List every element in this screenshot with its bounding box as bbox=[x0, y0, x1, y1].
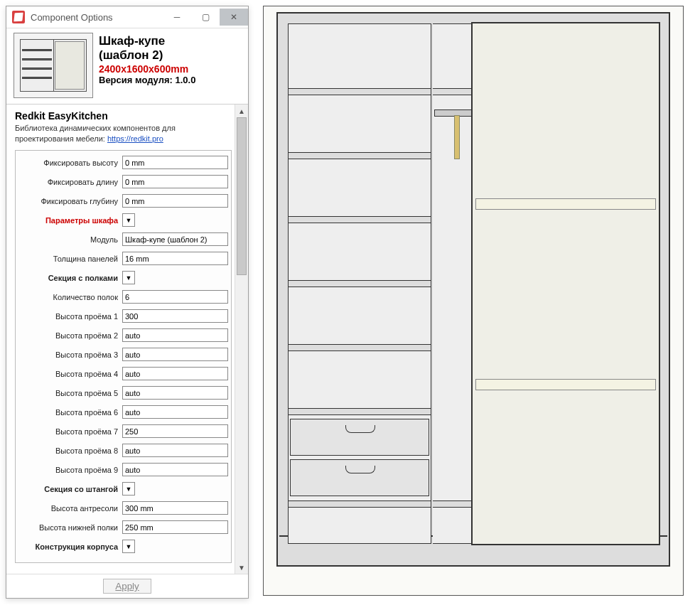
bottom-shelf-input[interactable] bbox=[122, 520, 228, 534]
opening-h8-label: Высота проёма 8 bbox=[18, 446, 122, 455]
opening-h8-input[interactable] bbox=[122, 444, 228, 457]
scroll-thumb[interactable] bbox=[237, 117, 247, 275]
component-options-dialog: Component Options ─ ▢ ✕ Шкаф-купе(шаблон… bbox=[6, 6, 249, 599]
shelves-group-label: Секция с полками bbox=[18, 274, 122, 282]
sliding-door bbox=[471, 22, 660, 545]
fix-length-input[interactable] bbox=[122, 175, 228, 188]
options-form: Фиксировать высоту Фиксировать длину Фик… bbox=[15, 150, 232, 563]
opening-h5-input[interactable] bbox=[122, 386, 228, 400]
body-group-label: Конструкция корпуса bbox=[18, 542, 122, 551]
fix-length-label: Фиксировать длину bbox=[18, 178, 122, 186]
panel-thickness-input[interactable] bbox=[122, 252, 228, 265]
component-dimensions: 2400x1600x600mm bbox=[99, 63, 195, 75]
scroll-up-icon[interactable]: ▲ bbox=[235, 105, 248, 117]
rod-section bbox=[433, 23, 476, 544]
maximize-button[interactable]: ▢ bbox=[191, 9, 220, 26]
rod-dropdown[interactable]: ▼ bbox=[122, 482, 135, 496]
opening-h9-input[interactable] bbox=[122, 463, 228, 476]
opening-h5-label: Высота проёма 5 bbox=[18, 389, 122, 397]
params-group-label: Параметры шкафа bbox=[18, 216, 122, 225]
library-link[interactable]: https://redkit.pro bbox=[107, 134, 163, 143]
opening-h4-label: Высота проёма 4 bbox=[18, 370, 122, 378]
mezz-height-label: Высота антресоли bbox=[18, 504, 122, 513]
component-info: Шкаф-купе(шаблон 2) 2400x1600x600mm Верс… bbox=[99, 33, 195, 98]
opening-h1-input[interactable] bbox=[122, 309, 228, 323]
scroll-down-icon[interactable]: ▼ bbox=[235, 561, 248, 574]
module-label: Модуль bbox=[18, 235, 122, 244]
dialog-footer: Apply bbox=[6, 574, 248, 598]
opening-h7-label: Высота проёма 7 bbox=[18, 427, 122, 436]
params-dropdown[interactable]: ▼ bbox=[122, 213, 135, 227]
opening-h6-label: Высота проёма 6 bbox=[18, 408, 122, 417]
opening-h6-input[interactable] bbox=[122, 405, 228, 419]
shelf-count-label: Количество полок bbox=[18, 293, 122, 301]
fix-depth-label: Фиксировать глубину bbox=[18, 197, 122, 205]
module-input[interactable] bbox=[122, 232, 228, 246]
shelves-dropdown[interactable]: ▼ bbox=[122, 271, 135, 284]
library-name: Redkit EasyKitchen bbox=[15, 110, 232, 122]
shelf-section bbox=[288, 23, 431, 544]
mezz-height-input[interactable] bbox=[122, 501, 228, 515]
opening-h3-label: Высота проёма 3 bbox=[18, 350, 122, 359]
drawer bbox=[290, 459, 429, 496]
wardrobe-preview bbox=[263, 6, 684, 596]
vertical-scrollbar[interactable]: ▲ ▼ bbox=[235, 105, 248, 574]
opening-h1-label: Высота проёма 1 bbox=[18, 312, 122, 321]
apply-button[interactable]: Apply bbox=[103, 579, 151, 594]
pull-down-rod bbox=[454, 115, 460, 159]
minimize-button[interactable]: ─ bbox=[163, 9, 191, 26]
component-header: Шкаф-купе(шаблон 2) 2400x1600x600mm Верс… bbox=[6, 28, 248, 105]
body-dropdown[interactable]: ▼ bbox=[122, 540, 135, 553]
window-title: Component Options bbox=[31, 12, 163, 23]
fix-height-input[interactable] bbox=[122, 156, 228, 169]
opening-h4-input[interactable] bbox=[122, 367, 228, 380]
fix-depth-input[interactable] bbox=[122, 194, 228, 208]
panel-thickness-label: Толщина панелей bbox=[18, 255, 122, 263]
shelf-count-input[interactable] bbox=[122, 290, 228, 304]
component-version: Версия модуля: 1.0.0 bbox=[99, 75, 195, 85]
titlebar: Component Options ─ ▢ ✕ bbox=[6, 6, 248, 28]
opening-h7-input[interactable] bbox=[122, 424, 228, 438]
opening-h9-label: Высота проёма 9 bbox=[18, 466, 122, 474]
rod-group-label: Секция со штангой bbox=[18, 485, 122, 493]
drawer bbox=[290, 419, 429, 456]
fix-height-label: Фиксировать высоту bbox=[18, 159, 122, 167]
opening-h3-input[interactable] bbox=[122, 348, 228, 361]
sketchup-icon bbox=[12, 11, 25, 23]
component-thumbnail bbox=[14, 33, 93, 98]
close-button[interactable]: ✕ bbox=[220, 9, 248, 26]
library-description: Библиотека динамических компонентов для … bbox=[15, 123, 232, 144]
bottom-shelf-label: Высота нижней полки bbox=[18, 523, 122, 532]
component-name: Шкаф-купе(шаблон 2) bbox=[99, 34, 195, 62]
cabinet-body bbox=[276, 12, 670, 567]
opening-h2-input[interactable] bbox=[122, 328, 228, 342]
options-content: Redkit EasyKitchen Библиотека динамическ… bbox=[6, 105, 235, 574]
opening-h2-label: Высота проёма 2 bbox=[18, 331, 122, 340]
